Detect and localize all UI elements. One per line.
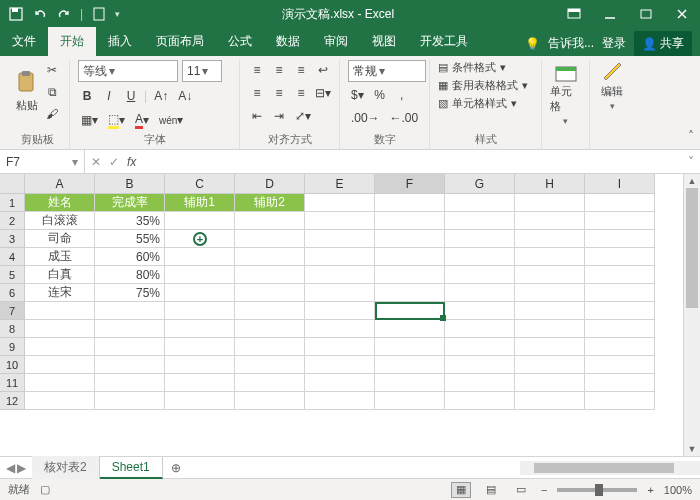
percent-icon[interactable]: %	[371, 85, 389, 105]
phonetic-icon[interactable]: wén▾	[156, 110, 186, 130]
cell-C12[interactable]	[165, 392, 235, 410]
cell-A2[interactable]: 白滚滚	[25, 212, 95, 230]
cell-E9[interactable]	[305, 338, 375, 356]
cell-A9[interactable]	[25, 338, 95, 356]
merge-icon[interactable]: ⊟▾	[314, 83, 332, 103]
shrink-font-icon[interactable]: A↓	[175, 86, 195, 106]
cell-I4[interactable]	[585, 248, 655, 266]
cell-G10[interactable]	[445, 356, 515, 374]
cell-A6[interactable]: 连宋	[25, 284, 95, 302]
cell-I11[interactable]	[585, 374, 655, 392]
cell-G3[interactable]	[445, 230, 515, 248]
border-icon[interactable]: ▦▾	[78, 110, 101, 130]
align-top-icon[interactable]: ≡	[248, 60, 266, 80]
cell-D9[interactable]	[235, 338, 305, 356]
page-layout-view-icon[interactable]: ▤	[481, 482, 501, 498]
cell-H4[interactable]	[515, 248, 585, 266]
cell-F9[interactable]	[375, 338, 445, 356]
cell-E6[interactable]	[305, 284, 375, 302]
cell-G11[interactable]	[445, 374, 515, 392]
align-left-icon[interactable]: ≡	[248, 83, 266, 103]
tab-insert[interactable]: 插入	[96, 27, 144, 56]
page-break-view-icon[interactable]: ▭	[511, 482, 531, 498]
cell-I5[interactable]	[585, 266, 655, 284]
cell-A11[interactable]	[25, 374, 95, 392]
align-center-icon[interactable]: ≡	[270, 83, 288, 103]
cell-C7[interactable]	[165, 302, 235, 320]
cell-B3[interactable]: 55%	[95, 230, 165, 248]
cell-G2[interactable]	[445, 212, 515, 230]
collapse-ribbon-icon[interactable]: ˄	[688, 129, 694, 143]
minimize-button[interactable]	[592, 0, 628, 28]
cell-F5[interactable]	[375, 266, 445, 284]
align-mid-icon[interactable]: ≡	[270, 60, 288, 80]
scroll-up-icon[interactable]: ▲	[684, 174, 700, 188]
cell-I7[interactable]	[585, 302, 655, 320]
cell-G5[interactable]	[445, 266, 515, 284]
enter-icon[interactable]: ✓	[109, 155, 119, 169]
cell-A4[interactable]: 成玉	[25, 248, 95, 266]
cell-B4[interactable]: 60%	[95, 248, 165, 266]
cell-B2[interactable]: 35%	[95, 212, 165, 230]
expand-formula-bar-icon[interactable]: ˅	[682, 155, 700, 169]
cell-H9[interactable]	[515, 338, 585, 356]
cell-G9[interactable]	[445, 338, 515, 356]
cell-B10[interactable]	[95, 356, 165, 374]
sheet-nav-next-icon[interactable]: ▶	[17, 461, 26, 475]
cell-H11[interactable]	[515, 374, 585, 392]
cell-C6[interactable]	[165, 284, 235, 302]
login-link[interactable]: 登录	[602, 35, 626, 52]
comma-icon[interactable]: ,	[393, 85, 411, 105]
cell-F3[interactable]	[375, 230, 445, 248]
col-header-B[interactable]: B	[95, 174, 165, 194]
italic-button[interactable]: I	[100, 86, 118, 106]
normal-view-icon[interactable]: ▦	[451, 482, 471, 498]
cell-E2[interactable]	[305, 212, 375, 230]
row-header-9[interactable]: 9	[0, 338, 25, 356]
underline-button[interactable]: U	[122, 86, 140, 106]
inc-decimal-icon[interactable]: .00→	[348, 108, 383, 128]
cell-D1[interactable]: 辅助2	[235, 194, 305, 212]
row-header-10[interactable]: 10	[0, 356, 25, 374]
edit-icon[interactable]	[601, 60, 623, 82]
cell-F10[interactable]	[375, 356, 445, 374]
cut-icon[interactable]: ✂	[43, 60, 61, 80]
cell-D5[interactable]	[235, 266, 305, 284]
copy-icon[interactable]: ⧉	[43, 82, 61, 102]
zoom-in-button[interactable]: +	[647, 484, 653, 496]
cell-E4[interactable]	[305, 248, 375, 266]
select-all-corner[interactable]	[0, 174, 25, 194]
cell-H2[interactable]	[515, 212, 585, 230]
cell-G1[interactable]	[445, 194, 515, 212]
row-header-3[interactable]: 3	[0, 230, 25, 248]
col-header-A[interactable]: A	[25, 174, 95, 194]
ribbon-options-icon[interactable]	[556, 0, 592, 28]
cell-G4[interactable]	[445, 248, 515, 266]
cell-E11[interactable]	[305, 374, 375, 392]
cell-A8[interactable]	[25, 320, 95, 338]
spreadsheet-grid[interactable]: ABCDEFGHI 123456789101112 姓名完成率辅助1辅助2白滚滚…	[0, 174, 700, 456]
tab-review[interactable]: 审阅	[312, 27, 360, 56]
cell-H1[interactable]	[515, 194, 585, 212]
scroll-thumb[interactable]	[686, 188, 698, 308]
save-icon[interactable]	[8, 6, 24, 22]
grow-font-icon[interactable]: A↑	[151, 86, 171, 106]
cell-B12[interactable]	[95, 392, 165, 410]
cell-B8[interactable]	[95, 320, 165, 338]
cell-G7[interactable]	[445, 302, 515, 320]
cell-A1[interactable]: 姓名	[25, 194, 95, 212]
tab-formulas[interactable]: 公式	[216, 27, 264, 56]
zoom-slider[interactable]	[557, 488, 637, 492]
dec-decimal-icon[interactable]: ←.00	[387, 108, 422, 128]
undo-icon[interactable]	[32, 6, 48, 22]
editing-dropdown[interactable]: 编辑	[601, 84, 623, 99]
cells-dropdown[interactable]: 单元格	[550, 84, 581, 114]
cell-E3[interactable]	[305, 230, 375, 248]
row-header-6[interactable]: 6	[0, 284, 25, 302]
paste-button[interactable]: 粘贴	[14, 63, 39, 121]
cell-B5[interactable]: 80%	[95, 266, 165, 284]
cell-E12[interactable]	[305, 392, 375, 410]
cell-D2[interactable]	[235, 212, 305, 230]
cell-E10[interactable]	[305, 356, 375, 374]
cell-D8[interactable]	[235, 320, 305, 338]
